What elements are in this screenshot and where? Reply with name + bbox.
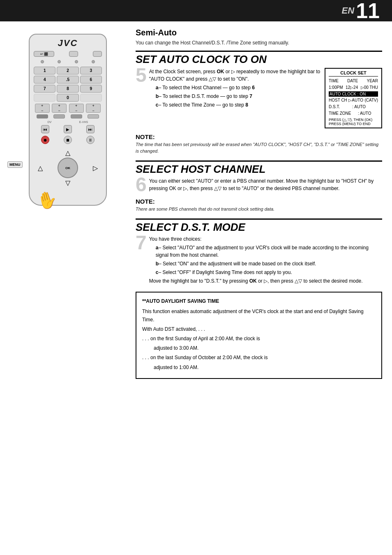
remote-btn-1: ↩⬛ [34, 51, 54, 57]
clock-row-timezone: TIME ZONE : AUTO [329, 110, 378, 117]
section-title-6: SELECT HOST CHANNEL [136, 163, 382, 175]
remote-num-4[interactable]: 4 [34, 76, 55, 84]
remote-rewind-btn[interactable]: ⏮ [41, 125, 49, 133]
left-panel: MENU JVC ↩⬛ [0, 21, 131, 385]
remote-label-dv: DV [48, 121, 52, 123]
menu-label: MENU [7, 161, 23, 168]
step7-sub-b: b– Select "ON" and the adjustment will b… [149, 260, 382, 267]
note-5-title: NOTE: [136, 133, 382, 140]
step-number-5: 5 [136, 65, 147, 85]
remote-top-buttons: ↩⬛ [34, 51, 102, 57]
remote-record-btn[interactable]: ⏺ [41, 136, 49, 144]
dpad-left-arrow: △ [38, 164, 43, 172]
clock-host-label: HOST CH [329, 97, 347, 104]
remote-label-row: DV E-VHS [34, 121, 102, 123]
note-5: NOTE: The time that has been set previou… [136, 133, 382, 155]
step-number-7: 7 [136, 233, 147, 253]
remote-numpad: 1 2 3 4 .5 6 7 8 9 0 [34, 67, 102, 102]
remote-num-5[interactable]: .5 [57, 76, 78, 84]
clock-row-header: TIME DATE YEAR [329, 78, 378, 84]
remote-dot-1 [41, 60, 44, 63]
repeatedly-text: repeatedly [236, 69, 259, 74]
dpad-up-btn[interactable]: △ [65, 149, 70, 157]
clock-val-year: ▷00 THU [361, 84, 378, 91]
remote-dot-2 [58, 60, 61, 63]
remote-brand-label: JVC [34, 38, 102, 49]
info-box-item-1-cont: adjusted to 3:00 AM. [142, 344, 376, 352]
clock-press-menu: PRESS (MENU) TO END [329, 122, 378, 126]
remote-color-row [34, 114, 102, 118]
remote-plus-btn-1[interactable]: +− [35, 104, 50, 113]
remote-num-6[interactable]: 6 [80, 76, 102, 84]
remote-color-btn-3[interactable] [71, 114, 82, 118]
clock-row-values: 1:00PM 12▷24 ▷00 THU [329, 84, 378, 91]
remote-num-0[interactable]: 0 [57, 94, 78, 102]
remote-btn-3 [93, 51, 102, 57]
remote-pause-btn[interactable]: ⏸ [86, 136, 95, 144]
clock-col-year: YEAR [367, 78, 378, 84]
info-box-intro: This function enables automatic adjustme… [142, 308, 376, 323]
dpad-down-btn[interactable]: ▽ [65, 179, 70, 187]
clock-row-dst: D.S.T. : AUTO [329, 104, 378, 110]
step-content-6: You can either select "AUTO" or enter a … [149, 177, 382, 193]
header-page-number: 11 [356, 0, 380, 21]
remote-play-btn[interactable]: ▶ [64, 125, 72, 133]
remote-stop-btn[interactable]: ⏹ [64, 136, 72, 144]
remote-num-7[interactable]: 7 [34, 85, 55, 93]
step7-sub-c: c– Select "OFF" if Daylight Saving Time … [149, 269, 382, 276]
remote-color-btn-4[interactable] [88, 114, 99, 118]
clock-set-title: CLOCK SET [329, 70, 378, 77]
remote-plus-btn-3[interactable]: +− [69, 104, 84, 113]
remote-plus-btn-2[interactable]: +− [52, 104, 67, 113]
remote-num-1[interactable]: 1 [34, 67, 55, 74]
remote-color-btn-2[interactable] [53, 114, 65, 118]
clock-press-ok: PRESS (△,▽), THEN (OK) [329, 118, 378, 122]
clock-col-date: DATE [347, 78, 358, 84]
section-7-content: 7 You have three choices: a– Select "AUT… [136, 235, 382, 286]
page-title: Semi-Auto [136, 28, 382, 37]
remote-num-8[interactable]: 8 [57, 85, 78, 93]
info-box-item-2-cont: adjusted to 1:00 AM. [142, 364, 376, 372]
step7-closing: Move the highlight bar to "D.S.T." by pr… [149, 277, 382, 285]
remote-container: MENU JVC ↩⬛ [8, 34, 127, 206]
clock-col-time: TIME [329, 78, 339, 84]
remote-color-btn-1[interactable] [37, 114, 48, 118]
info-box-auto-dst: **AUTO DAYLIGHT SAVING TIME This functio… [136, 292, 382, 379]
step-content-7: You have three choices: a– Select "AUTO"… [149, 235, 382, 286]
section-6-content: 6 You can either select "AUTO" or enter … [136, 177, 382, 195]
remote-num-blank1 [34, 94, 55, 102]
remote-plus-btn-4[interactable]: +− [86, 104, 101, 113]
step5-sub-a: a– To select the Host Channel — go to st… [149, 84, 321, 91]
step-number-6: 6 [136, 175, 147, 195]
clock-dst-label: D.S.T. [329, 104, 340, 110]
remote-num-2[interactable]: 2 [57, 67, 78, 74]
remote-illustration: JVC ↩⬛ [29, 34, 107, 206]
clock-dst-val: : AUTO [352, 104, 366, 110]
clock-host-val: ▷AUTO [348, 97, 363, 104]
remote-ffwd-btn[interactable]: ⏭ [86, 125, 95, 133]
clock-row-host: HOST CH ▷AUTO (CATV) [329, 97, 378, 104]
remote-btn-2 [69, 51, 78, 57]
info-box-line2: With Auto DST activated, . . . [142, 325, 376, 333]
note-6: NOTE: There are some PBS channels that d… [136, 198, 382, 213]
right-panel: Semi-Auto You can change the Host Channe… [131, 21, 392, 385]
remote-transport-2: ⏺ ⏹ ⏸ [34, 136, 102, 144]
ok-btn[interactable]: OK [58, 158, 78, 178]
step6-main-text: You can either select "AUTO" or enter a … [149, 177, 382, 192]
remote-dot-4 [92, 60, 95, 63]
remote-plus-row: +− +− +− +− [34, 104, 102, 113]
section-title-7: SELECT D.S.T. MODE [136, 221, 382, 233]
step5-sub-b: b– To select the D.S.T. mode — go to ste… [149, 93, 321, 100]
section-title-5: SET AUTO CLOCK TO ON [136, 53, 382, 65]
clock-val-date: 12▷24 [346, 84, 358, 91]
note-5-text: The time that has been set previously wi… [136, 141, 382, 155]
remote-num-3[interactable]: 3 [80, 67, 102, 74]
remote-label-evhs: E-VHS [79, 121, 88, 123]
step5-main-text: At the Clock Set screen, press OK or ▷ r… [149, 68, 321, 83]
main-content: MENU JVC ↩⬛ [0, 21, 392, 385]
clock-val-time: 1:00PM [329, 84, 343, 91]
dpad-right-btn[interactable]: ▷ [93, 164, 98, 172]
remote-dot-row [34, 60, 102, 63]
remote-num-9[interactable]: 9 [80, 85, 102, 93]
clock-set-diagram: CLOCK SET TIME DATE YEAR 1:00PM 12▷24 ▷0… [325, 68, 382, 128]
